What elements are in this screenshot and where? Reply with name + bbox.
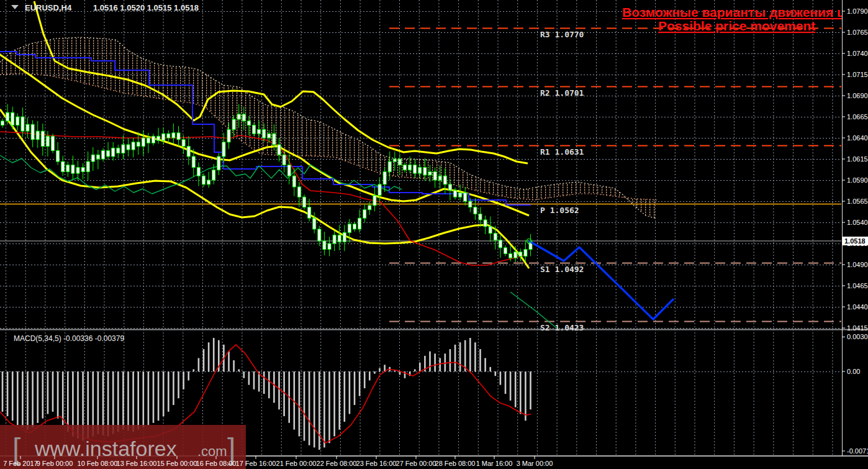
pivot-label-r2: R2 1.0701 — [540, 88, 584, 98]
candle-body — [36, 131, 39, 140]
candle-body — [343, 232, 346, 242]
candle-body — [428, 171, 432, 175]
macd-tick-label: 0.00 — [847, 368, 860, 375]
ohlc-values: 1.0516 1.0520 1.0515 1.0518 — [93, 3, 199, 12]
price-tick-label: 1.0415 — [847, 324, 868, 332]
candle-body — [438, 176, 441, 180]
candle-body — [167, 134, 170, 138]
candle-body — [122, 145, 125, 153]
candle-body — [338, 235, 341, 242]
candle-body — [494, 234, 497, 240]
candle-body — [454, 190, 457, 197]
candle-body — [217, 157, 220, 170]
candle-body — [6, 112, 9, 121]
annotation-line-en: Possible price movement — [658, 19, 815, 33]
candle-body — [489, 227, 492, 234]
price-tick-label: 1.0665 — [847, 113, 868, 121]
time-tick-label: 15 Feb 00:00 — [157, 460, 197, 467]
candle-body — [393, 159, 396, 162]
quote-header: EURUSD,H4 1.0516 1.0520 1.0515 1.0518 — [11, 3, 199, 12]
time-tick-label: 28 Feb 08:00 — [435, 460, 476, 467]
candle-body — [31, 124, 34, 139]
time-tick-label: 27 Feb 00:00 — [396, 460, 436, 467]
annotation-line-ru: Возможные варианты движения цен — [622, 5, 860, 19]
symbol-label: EURUSD,H4 — [25, 3, 72, 12]
candle-body — [278, 145, 281, 155]
candle-body — [96, 155, 99, 159]
candle-body — [207, 180, 210, 184]
candle-body — [26, 124, 29, 131]
time-tick-label: 7 Feb 2017 — [3, 460, 38, 467]
candle-body — [157, 136, 160, 140]
candle-body — [479, 214, 482, 220]
candle-body — [76, 168, 79, 174]
candle-body — [514, 252, 517, 258]
candle-body — [81, 168, 84, 172]
time-tick-label: 23 Feb 16:00 — [356, 460, 397, 467]
candle-body — [132, 142, 135, 150]
candle-body — [1, 121, 4, 125]
time-tick-label: 10 Feb 08:00 — [78, 460, 118, 467]
candle-body — [433, 171, 436, 180]
candle-body — [448, 184, 451, 191]
candle-body — [404, 165, 407, 170]
time-tick-label: 9 Feb 00:00 — [37, 460, 73, 467]
chart-canvas[interactable]: [ www.instaforex .com ] 1.07901.07651.07… — [0, 0, 868, 469]
price-tick-label: 1.0540 — [847, 219, 868, 226]
candle-body — [358, 218, 361, 229]
macd-tick-label: -0.00711 — [847, 447, 868, 455]
candle-body — [102, 150, 105, 159]
price-tick-label: 1.0565 — [847, 198, 868, 205]
candle-body — [107, 150, 110, 157]
candle-body — [388, 162, 391, 171]
candle-body — [348, 224, 351, 233]
candle-body — [378, 184, 381, 196]
candle-body — [459, 193, 462, 197]
candle-body — [363, 210, 366, 219]
candle-body — [61, 162, 65, 171]
price-tick-label: 1.0490 — [847, 261, 868, 268]
candle-body — [227, 129, 230, 142]
price-tick-label: 1.0465 — [847, 282, 868, 289]
price-tick-label: 1.0640 — [847, 134, 868, 142]
price-tick-label: 1.0715 — [847, 71, 868, 78]
candle-body — [287, 165, 291, 176]
candle-body — [323, 241, 326, 250]
candle-body — [484, 220, 487, 227]
price-tick-label: 1.0690 — [847, 92, 868, 99]
candle-body — [16, 117, 19, 125]
candle-body — [398, 159, 401, 165]
candle-body — [263, 129, 266, 138]
candle-body — [318, 229, 321, 241]
candle-body — [127, 145, 130, 150]
candle-body — [152, 136, 155, 143]
price-tick-label: 1.0615 — [847, 155, 868, 163]
candle-body — [137, 142, 140, 147]
candle-body — [368, 206, 371, 210]
candle-body — [409, 165, 412, 170]
price-tick-label: 1.0790 — [847, 7, 868, 15]
candle-body — [414, 165, 417, 174]
candle-body — [232, 119, 235, 129]
candle-body — [71, 165, 75, 174]
candle-body — [443, 176, 446, 184]
candle-body — [142, 138, 145, 147]
candle-body — [86, 162, 89, 171]
candle-body — [21, 117, 24, 131]
time-tick-label: 3 Mar 00:00 — [517, 460, 553, 467]
watermark-text-com: .com — [197, 444, 227, 459]
candle-body — [499, 240, 502, 248]
candle-body — [66, 165, 70, 172]
pivot-label-p: P 1.0562 — [540, 206, 579, 215]
pivot-label-s1: S1 1.0492 — [540, 265, 584, 274]
candle-body — [187, 147, 190, 157]
candle-body — [162, 134, 165, 140]
candle-body — [297, 187, 301, 197]
pivot-label-r1: R1 1.0631 — [540, 147, 584, 157]
candle-body — [57, 150, 60, 162]
candle-body — [333, 235, 336, 244]
candle-body — [418, 168, 422, 174]
candle-body — [242, 114, 245, 121]
candle-body — [258, 129, 261, 134]
candle-body — [423, 168, 427, 175]
